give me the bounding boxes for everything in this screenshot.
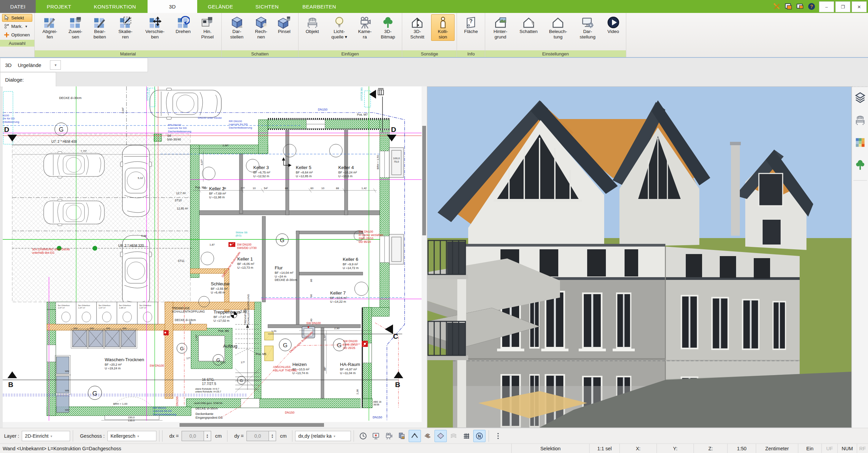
monitor-star-icon — [372, 432, 380, 440]
abgrei-fen-button[interactable]: Abgrei-fen — [37, 14, 63, 41]
toolbar-diamond-button[interactable] — [435, 430, 447, 442]
wm-label: WM — [122, 327, 126, 330]
vertical-scrollbar[interactable] — [422, 86, 427, 428]
geschoss-select[interactable]: Kellergesch ▾ — [107, 431, 156, 441]
bulb-icon — [333, 16, 346, 29]
horizontal-scrollbar[interactable] — [3, 422, 422, 428]
-d-bitmap-button[interactable]: 3D-Bitmap — [376, 14, 400, 41]
tab-gelände[interactable]: GELÄNDE — [197, 0, 244, 13]
toolbar-monitor-star-button[interactable] — [370, 430, 382, 442]
dy-stepper[interactable]: 0,0 ▲▼ — [246, 431, 276, 441]
toolbar-layers-soft-button[interactable] — [447, 430, 460, 442]
zuwei-sen-button[interactable]: Zuwei-sen — [64, 14, 87, 41]
chevron-down-icon: ▾ — [51, 434, 52, 438]
room-label: Aufzug — [223, 343, 237, 349]
-d-schnitt-button[interactable]: 3D-Schnitt — [404, 14, 430, 41]
dy-value[interactable]: 0,0 — [246, 431, 269, 441]
button-label: Bear-beiten — [93, 29, 106, 40]
mark--button[interactable]: Mark.▼ — [2, 22, 32, 30]
toolbar-north-button[interactable]: N — [473, 430, 486, 442]
coordinate-mode-value: dx,dy (relativ ka — [298, 433, 331, 439]
dimension-text: 135,0 — [128, 419, 135, 421]
toolbar-videocam-button[interactable] — [383, 430, 395, 442]
house-bg-icon — [494, 16, 507, 29]
ribbon-group-label: Info — [457, 50, 485, 57]
tab-konstruktion[interactable]: KONSTRUKTION — [82, 0, 148, 13]
house-shadow-icon — [522, 16, 535, 29]
tab-sichten[interactable]: SICHTEN — [244, 0, 290, 13]
floor-plan-drawing[interactable]: Keller 2BF =7,69 m²U =11,98 mKeller 3BF … — [3, 86, 422, 421]
dimension-text: 88 — [336, 187, 339, 190]
layers3-icon — [854, 92, 866, 103]
tab-bearbeiten[interactable]: BEARBEITEN — [290, 0, 348, 13]
beleuch-tung-button[interactable]: Beleuch-tung — [544, 14, 573, 41]
drehen-button[interactable]: Drehen — [171, 14, 195, 35]
toolbar-books-button[interactable] — [396, 430, 408, 442]
pinsel-button[interactable]: Pinsel — [272, 14, 296, 35]
dar-stellen-button[interactable]: Dar-stellen — [224, 14, 250, 41]
tab-datei[interactable]: DATEI — [0, 0, 36, 13]
floor-plan-pane[interactable]: Keller 2BF =7,69 m²U =11,98 mKeller 3BF … — [3, 86, 422, 428]
render-3d-view[interactable] — [427, 87, 851, 427]
optionen-button[interactable]: Optionen — [2, 31, 32, 39]
mat-hpinsel-icon — [201, 16, 214, 29]
dy-spin-arrows[interactable]: ▲▼ — [269, 431, 276, 441]
chevron-down-icon[interactable]: ▾ — [50, 60, 61, 70]
toolbar-clock-button[interactable] — [357, 430, 369, 442]
toolbar-roof-button[interactable] — [409, 430, 421, 442]
render-3d-pane[interactable] — [427, 86, 852, 428]
win-cascade-button[interactable] — [796, 2, 804, 11]
mat-brush-icon — [69, 16, 82, 29]
coordinate-mode-select[interactable]: dx,dy (relativ ka ▾ — [295, 431, 351, 441]
hinter-grund-button[interactable]: Hinter-grund — [487, 14, 513, 41]
plan-annotation: ST10 — [175, 199, 182, 202]
vertical-scrollbar-thumb[interactable] — [422, 126, 426, 235]
close-button[interactable]: ✕ — [852, 1, 867, 12]
room-label: Keller 5 — [296, 165, 311, 170]
skalie-ren-button[interactable]: Skalie-ren — [112, 14, 138, 41]
dx-unit: cm — [215, 433, 222, 439]
sidebar-tool-layers3[interactable] — [852, 87, 868, 110]
tools-button[interactable] — [773, 2, 781, 11]
tab-3d[interactable]: 3D — [148, 0, 197, 13]
layer-select[interactable]: 2D-Einricht ▾ — [22, 431, 70, 441]
person-icon — [437, 16, 449, 29]
room-label: Treppenhaus — [214, 309, 240, 315]
toolbar-bricks-button[interactable] — [422, 430, 434, 442]
status-1-50: 1:50 — [727, 444, 756, 453]
schatten-button[interactable]: Schatten — [514, 14, 543, 35]
fläche-button[interactable]: ?Fläche — [459, 14, 483, 35]
kolli-sion-button[interactable]: Kolli-sion — [431, 14, 455, 41]
objekt-button[interactable]: Objekt — [301, 14, 324, 35]
dx-stepper[interactable]: 0,0 ▲▼ — [182, 431, 211, 441]
verschie-ben-button[interactable]: Verschie-ben — [139, 14, 170, 41]
tab-projekt[interactable]: PROJEKT — [36, 0, 82, 13]
kame-ra-button[interactable]: Kame-ra — [354, 14, 375, 41]
dimension-text: BRH = 1,50 — [376, 155, 379, 169]
hin-pinsel-button[interactable]: Hin.Pinsel — [195, 14, 219, 41]
button-label: Video — [608, 29, 619, 34]
licht-quelle-button[interactable]: Licht-quelle ▾ — [325, 14, 354, 41]
button-label: Zuwei-sen — [69, 29, 83, 40]
horizontal-scrollbar-thumb[interactable] — [180, 423, 324, 427]
toolbar-dots-button[interactable] — [492, 430, 504, 442]
sidebar-tool-chair[interactable] — [852, 110, 868, 132]
button-label: Rech-nen — [255, 29, 267, 40]
video-button[interactable]: Video — [603, 14, 624, 35]
bear-beiten-button[interactable]: Bear-beiten — [88, 14, 112, 41]
dimension-text: 49² — [203, 187, 207, 190]
minimize-button[interactable]: – — [819, 1, 834, 12]
maximize-button[interactable]: ❐ — [835, 1, 850, 12]
sidebar-tool-tree[interactable] — [852, 154, 868, 177]
win-orange-button[interactable] — [784, 2, 793, 11]
selekt-button[interactable]: Selekt — [2, 14, 32, 22]
terrain-select[interactable]: Urgelände ▾ — [18, 60, 61, 70]
toolbar-grid-button[interactable] — [460, 430, 473, 442]
dx-value[interactable]: 0,0 — [182, 431, 204, 441]
help-button[interactable]: ? — [807, 2, 816, 11]
rech-nen-button[interactable]: Rech-nen — [251, 14, 272, 41]
dx-spin-arrows[interactable]: ▲▼ — [204, 431, 211, 441]
tree-icon — [381, 16, 394, 29]
dar-stellung-button[interactable]: Dar-stellung — [573, 14, 602, 41]
sidebar-tool-palette[interactable] — [852, 132, 868, 154]
